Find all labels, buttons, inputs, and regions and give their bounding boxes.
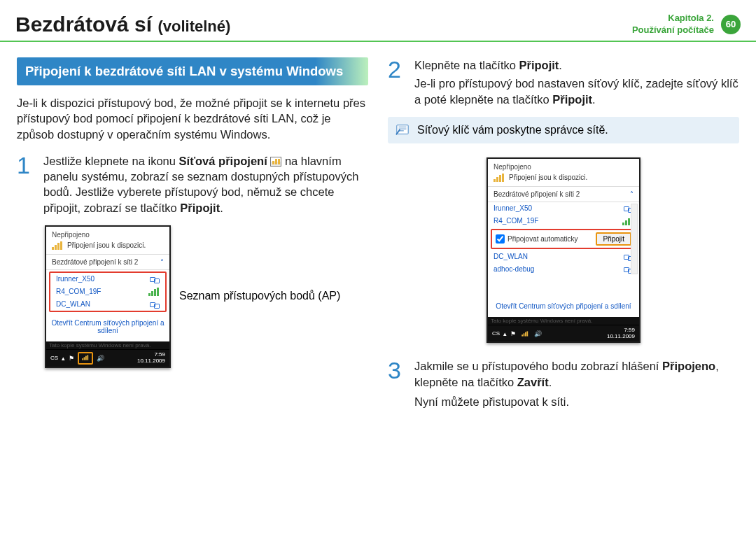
left-column: Připojení k bezdrátové síti LAN v systém… xyxy=(17,57,368,419)
step3-l1-bold: Připojeno xyxy=(662,360,715,372)
step2-l2-bold: Připojit xyxy=(552,93,592,106)
page-title: Bezdrátová sí (volitelné) xyxy=(15,13,230,36)
right-column: 2 Klepněte na tlačítko Připojit. Je-li p… xyxy=(388,57,739,419)
popup-status-available: Připojení jsou k dispozici. xyxy=(67,241,146,249)
popup-status-section: Nepřipojeno Připojení jsou k dispozici. xyxy=(488,159,639,187)
ap-row-selected[interactable]: R4_COM_19F xyxy=(488,215,639,227)
taskbar: CS ▴ ⚑ 🔊 7:59 10.11.2009 xyxy=(488,325,639,342)
ap-name[interactable]: Irunner_X50 xyxy=(56,275,94,283)
popup-status-title: Nepřipojeno xyxy=(52,231,164,239)
popup-interface-label: Bezdrátové připojení k síti 2 xyxy=(493,190,580,198)
ap-name[interactable]: DC_WLAN xyxy=(56,300,90,308)
open-network-center-link[interactable]: Otevřít Centrum síťových připojení a sdí… xyxy=(488,297,639,317)
page-header: Bezdrátová sí (volitelné) Kapitola 2. Po… xyxy=(0,0,756,42)
volume-icon[interactable]: 🔊 xyxy=(97,355,104,362)
section-heading: Připojení k bezdrátové síti LAN v systém… xyxy=(17,57,368,85)
figure-ap-list: Nepřipojeno Připojení jsou k dispozici. … xyxy=(45,225,368,368)
taskbar-date: 10.11.2009 xyxy=(137,358,165,365)
auto-connect-input[interactable] xyxy=(496,234,505,244)
flag-icon[interactable]: ⚑ xyxy=(510,330,516,337)
step-number-1: 1 xyxy=(17,153,36,216)
step3-l1-bold2: Zavřít xyxy=(517,376,549,388)
adhoc-icon xyxy=(150,300,160,309)
step1-bold2: Připojit xyxy=(180,202,220,214)
ap-row[interactable]: DC_WLAN xyxy=(488,251,639,263)
step3-l1-post: . xyxy=(549,376,552,388)
step1-post2: . xyxy=(220,202,223,214)
ap-list: Irunner_X50 R4_COM_19F Připojovat automa… xyxy=(488,202,639,276)
title-optional: (volitelné) xyxy=(158,17,230,35)
auto-connect-label: Připojovat automaticky xyxy=(507,235,578,243)
network-tray-icon-highlight[interactable] xyxy=(78,352,93,365)
scrollbar[interactable] xyxy=(631,204,638,274)
page-body: Připojení k bezdrátové síti LAN v systém… xyxy=(0,42,756,435)
step3-l2: Nyní můžete přistupovat k síti. xyxy=(414,394,739,409)
chevron-up-icon[interactable]: ▴ xyxy=(62,355,65,362)
chapter-label: Kapitola 2. Používání počítače xyxy=(632,13,714,36)
step2-l1-pre: Klepněte na tlačítko xyxy=(414,59,519,71)
note-icon xyxy=(395,123,410,137)
signal-bars-icon xyxy=(52,241,63,250)
adhoc-icon xyxy=(150,275,160,283)
chapter-line2: Používání počítače xyxy=(632,24,714,36)
step-3: 3 Jakmile se u přístupového bodu zobrazí… xyxy=(388,358,739,409)
ap-name[interactable]: R4_COM_19F xyxy=(56,288,101,295)
connect-button[interactable]: Připojit xyxy=(596,232,631,246)
auto-connect-checkbox[interactable]: Připojovat automaticky xyxy=(496,234,578,244)
ap-row[interactable]: Irunner_X50 xyxy=(488,202,639,215)
step-1: 1 Jestliže klepnete na ikonu Síťová přip… xyxy=(17,153,368,216)
header-right: Kapitola 2. Používání počítače 60 xyxy=(632,13,741,36)
signal-bars-icon xyxy=(148,288,160,296)
step-3-text: Jakmile se u přístupového bodu zobrazí h… xyxy=(414,358,739,409)
step-2: 2 Klepněte na tlačítko Připojit. Je-li p… xyxy=(388,57,739,107)
ap-name[interactable]: Irunner_X50 xyxy=(493,204,532,212)
ap-list-highlight: Irunner_X50 R4_COM_19F DC_WLAN xyxy=(49,271,167,312)
popup-status-section: Nepřipojeno Připojení jsou k dispozici. xyxy=(46,227,169,255)
windows-genuine-notice: Tato kopie systému Windows není pravá. xyxy=(488,317,639,325)
note-text: Síťový klíč vám poskytne správce sítě. xyxy=(417,124,608,136)
ap-row[interactable]: adhoc-debug xyxy=(488,263,639,276)
network-popup: Nepřipojeno Připojení jsou k dispozici. … xyxy=(45,225,171,368)
step3-l1-pre: Jakmile se u přístupového bodu zobrazí h… xyxy=(414,360,662,372)
network-popup-connect: Nepřipojeno Připojení jsou k dispozici. … xyxy=(486,157,640,344)
taskbar-clock[interactable]: 7:59 10.11.2009 xyxy=(607,327,635,340)
page-number-badge: 60 xyxy=(721,15,741,34)
ap-name[interactable]: adhoc-debug xyxy=(493,265,534,273)
flag-icon[interactable]: ⚑ xyxy=(69,355,74,362)
step-1-text: Jestliže klepnete na ikonu Síťová připoj… xyxy=(43,153,368,216)
popup-status-title: Nepřipojeno xyxy=(493,163,634,171)
taskbar-date: 10.11.2009 xyxy=(607,334,635,340)
chevron-up-icon: ˄ xyxy=(630,190,634,198)
system-tray: CS ▴ ⚑ 🔊 xyxy=(50,352,104,365)
chevron-up-icon[interactable]: ▴ xyxy=(503,330,507,337)
taskbar: CS ▴ ⚑ 🔊 7:59 10.11.2009 xyxy=(46,349,169,367)
step-number-3: 3 xyxy=(388,358,407,409)
lang-indicator[interactable]: CS xyxy=(50,355,58,361)
ap-row[interactable]: R4_COM_19F xyxy=(50,285,165,298)
open-network-center-link[interactable]: Otevřít Centrum síťových připojení a sdí… xyxy=(46,313,169,341)
ap-row[interactable]: DC_WLAN xyxy=(50,298,165,311)
network-tray-icon xyxy=(270,157,281,167)
taskbar-clock[interactable]: 7:59 10.11.2009 xyxy=(137,352,165,365)
lang-indicator[interactable]: CS xyxy=(492,330,500,337)
windows-genuine-notice: Tato kopie systému Windows není pravá. xyxy=(46,341,169,349)
note-box: Síťový klíč vám poskytne správce sítě. xyxy=(388,117,739,143)
ap-row[interactable]: Irunner_X50 xyxy=(50,273,165,285)
system-tray: CS ▴ ⚑ 🔊 xyxy=(492,330,542,338)
svg-rect-0 xyxy=(397,125,408,134)
ap-name[interactable]: DC_WLAN xyxy=(493,253,528,260)
ap-name[interactable]: R4_COM_19F xyxy=(493,217,538,225)
step-number-2: 2 xyxy=(388,57,407,107)
network-tray-icon[interactable] xyxy=(522,331,528,336)
popup-interface-row: Bezdrátové připojení k síti 2 ˄ xyxy=(46,255,169,270)
step2-l2-post: . xyxy=(592,93,596,106)
popup-interface-label: Bezdrátové připojení k síti 2 xyxy=(52,258,138,266)
connect-panel: Připojovat automaticky Připojit xyxy=(491,229,636,249)
signal-bars-icon xyxy=(493,174,505,182)
volume-icon[interactable]: 🔊 xyxy=(534,330,542,337)
step2-l1-post: . xyxy=(559,59,562,71)
step2-l1-bold: Připojit xyxy=(519,59,559,71)
popup-interface-row: Bezdrátové připojení k síti 2 ˄ xyxy=(488,187,639,202)
step1-bold1: Síťová připojení xyxy=(179,155,267,167)
ap-list-callout-label: Seznam přístupových bodů (AP) xyxy=(179,289,340,304)
